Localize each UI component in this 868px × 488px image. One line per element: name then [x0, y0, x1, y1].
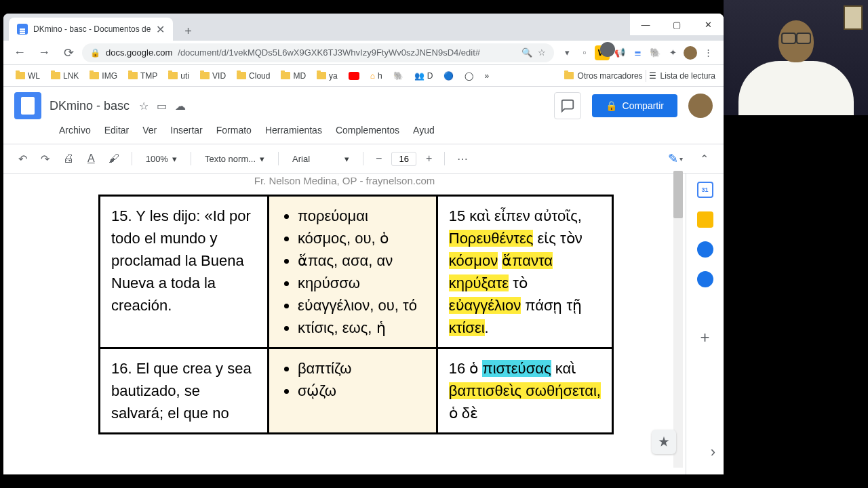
reload-button[interactable]: ⟳: [58, 42, 79, 64]
ext-avatar-icon[interactable]: [683, 45, 698, 60]
bookmark-youtube[interactable]: [344, 69, 363, 83]
account-avatar[interactable]: [688, 94, 713, 118]
bookmark-folder[interactable]: ya: [313, 68, 342, 83]
cell-greek-text[interactable]: 15 καὶ εἶπεν αὐτοῖς, Πορευθέντες εἰς τὸν…: [437, 196, 612, 348]
bookmark-folder[interactable]: WL: [12, 68, 44, 83]
cell-spanish[interactable]: 16. El que crea y sea bautizado, se salv…: [100, 348, 269, 434]
bookmark-7[interactable]: 🔵: [439, 68, 458, 83]
url-search-icon[interactable]: 🔍: [521, 47, 532, 58]
share-icon: 🔒: [606, 100, 617, 111]
bookmark-folder[interactable]: VID: [196, 68, 230, 83]
chrome-menu-icon[interactable]: ⋮: [701, 45, 715, 60]
calendar-icon[interactable]: [697, 182, 713, 198]
menu-complementos[interactable]: Complementos: [330, 122, 405, 138]
font-size-increase[interactable]: +: [422, 150, 436, 167]
cell-greek-vocab[interactable]: πορεύομαι κόσμος, ου, ὁ ἅπας, ασα, αν κη…: [268, 196, 437, 348]
bookmark-ring[interactable]: ◯: [460, 68, 477, 83]
bookmark-folder[interactable]: Cloud: [233, 68, 274, 83]
maximize-button[interactable]: ▢: [661, 14, 692, 35]
minimize-button[interactable]: —: [630, 14, 661, 35]
docs-header: DKmino - basc ☆ ▭ ☁ 🔒 Compartir: [3, 87, 724, 144]
bookmark-evernote[interactable]: 🐘: [389, 68, 408, 83]
presenter: [742, 7, 850, 115]
menu-archivo[interactable]: Archivo: [54, 122, 96, 138]
bookmark-folder[interactable]: TMP: [124, 68, 161, 83]
cell-greek-text[interactable]: 16 ὁ πιστεύσας καὶ βαπτισθεὶς σωθήσεται,…: [437, 348, 612, 434]
folder-icon: [168, 72, 178, 79]
bookmark-h[interactable]: ⌂ h: [366, 68, 387, 83]
collapse-toolbar-button[interactable]: ⌃: [696, 150, 713, 168]
explore-button[interactable]: [652, 430, 676, 454]
bookmark-folder[interactable]: IMG: [85, 68, 121, 83]
bookmark-folder[interactable]: LNK: [47, 68, 83, 83]
close-window-button[interactable]: ✕: [692, 14, 724, 35]
lock-icon: 🔒: [90, 48, 100, 58]
menu-editar[interactable]: Editar: [99, 122, 135, 138]
back-button[interactable]: ←: [9, 42, 31, 64]
bookmark-overflow[interactable]: »: [480, 68, 493, 83]
document-title[interactable]: DKmino - basc: [50, 99, 130, 113]
cell-greek-vocab[interactable]: βαπτίζω σῴζω: [268, 348, 437, 434]
ext-puzzle-icon[interactable]: ✦: [665, 45, 680, 60]
new-tab-button[interactable]: +: [178, 22, 197, 41]
window-controls: — ▢ ✕: [630, 14, 724, 35]
tab-close-button[interactable]: ✕: [156, 23, 165, 36]
bookmark-folder[interactable]: uti: [164, 68, 193, 83]
docs-favicon: [17, 24, 28, 35]
more-toolbar-button[interactable]: ⋯: [453, 150, 472, 168]
bookmark-folder[interactable]: MD: [277, 68, 310, 83]
tab-title: DKmino - basc - Documentos de: [33, 24, 151, 34]
scrollbar-thumb[interactable]: [673, 171, 683, 218]
side-panel: +: [686, 174, 724, 474]
undo-button[interactable]: ↶: [14, 150, 31, 168]
star-icon[interactable]: ☆: [538, 47, 546, 58]
tasks-icon[interactable]: [697, 241, 713, 258]
side-panel-toggle[interactable]: ›: [711, 443, 715, 461]
reading-list[interactable]: ☰Lista de lectura: [649, 71, 715, 81]
tab-bar: DKmino - basc - Documentos de ✕ +: [3, 14, 724, 41]
other-bookmarks[interactable]: Otros marcadores: [564, 71, 643, 81]
cloud-icon[interactable]: ☁: [175, 100, 186, 113]
share-button[interactable]: 🔒 Compartir: [592, 94, 677, 117]
ext-evernote-icon[interactable]: 🐘: [648, 45, 663, 60]
zoom-select[interactable]: 100%▾: [140, 151, 182, 167]
cell-spanish[interactable]: 15. Y les dijo: «Id por todo el mundo y …: [100, 196, 269, 348]
print-button[interactable]: 🖨: [59, 150, 78, 167]
spellcheck-button[interactable]: A: [83, 150, 99, 167]
folder-icon: [128, 72, 138, 79]
ext-pocket-icon[interactable]: ▾: [559, 45, 574, 60]
table-row: 16. El que crea y sea bautizado, se salv…: [100, 348, 613, 434]
table-row: 15. Y les dijo: «Id por todo el mundo y …: [100, 196, 613, 348]
comments-button[interactable]: [554, 92, 581, 119]
docs-logo[interactable]: [14, 92, 41, 119]
font-size-input[interactable]: 16: [391, 152, 416, 166]
scrollbar[interactable]: [673, 171, 683, 468]
menu-formato[interactable]: Formato: [211, 122, 257, 138]
folder-icon: [281, 72, 290, 79]
redo-button[interactable]: ↷: [37, 150, 54, 168]
paint-format-button[interactable]: 🖌: [104, 150, 123, 167]
editing-mode-button[interactable]: ✎▾: [663, 146, 688, 171]
ext-todoist-icon[interactable]: ≣: [630, 45, 645, 60]
menu-ayuda[interactable]: Ayud: [408, 122, 440, 138]
add-addon-button[interactable]: +: [700, 328, 709, 347]
address-bar[interactable]: 🔒 docs.google.com/document/d/1vekMQDs5L6…: [82, 43, 554, 62]
font-size-decrease[interactable]: −: [372, 150, 386, 167]
menu-insertar[interactable]: Insertar: [165, 122, 208, 138]
star-icon[interactable]: ☆: [139, 100, 149, 113]
folder-icon: [200, 72, 210, 79]
contacts-icon[interactable]: [697, 271, 713, 287]
forward-button[interactable]: →: [33, 42, 55, 64]
keep-icon[interactable]: [697, 211, 713, 228]
ext-readlater-icon[interactable]: ▫: [577, 45, 592, 60]
document-canvas[interactable]: Fr. Nelson Medina, OP - fraynelson.com 1…: [3, 174, 686, 474]
extensions-area: ▾ ▫ W 📢 ≣ 🐘 ✦ ⋮: [557, 45, 718, 60]
browser-tab[interactable]: DKmino - basc - Documentos de ✕: [9, 18, 173, 41]
move-icon[interactable]: ▭: [157, 100, 167, 113]
menu-herramientas[interactable]: Herramientas: [260, 122, 328, 138]
bookmark-d[interactable]: 👥 D: [410, 68, 437, 83]
webcam-overlay: [724, 0, 868, 115]
menu-ver[interactable]: Ver: [137, 122, 162, 138]
font-select[interactable]: Arial▾: [287, 151, 355, 167]
style-select[interactable]: Texto norm...▾: [199, 151, 270, 167]
